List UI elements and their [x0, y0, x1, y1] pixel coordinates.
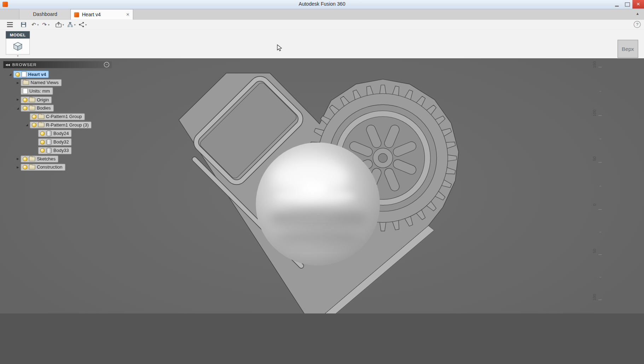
share-icon: [79, 22, 84, 28]
tree-row[interactable]: C-Pattern1 Group: [3, 112, 127, 121]
tree-row[interactable]: Body33: [3, 146, 127, 155]
tab-document[interactable]: Heart v4 ✕: [70, 9, 133, 20]
tree-item-named-views[interactable]: Named Views: [21, 80, 62, 87]
tab-dashboard[interactable]: Dashboard: [19, 9, 71, 19]
undo-dropdown-icon[interactable]: ▾: [37, 23, 39, 27]
tree-row[interactable]: ◢R-Pattern1 Group (3): [3, 121, 127, 129]
share-button[interactable]: [79, 21, 84, 28]
body-icon: [46, 148, 52, 153]
tree-row[interactable]: ◢Heart v4: [3, 70, 127, 79]
visibility-bulb-icon[interactable]: [32, 115, 36, 119]
sphere-body: [256, 142, 380, 265]
export-icon: [56, 22, 62, 28]
tree-row[interactable]: Units: mm: [3, 87, 127, 95]
tree-row[interactable]: ▶Origin: [3, 95, 127, 104]
tree-item-label: Body32: [53, 139, 69, 145]
tree-item-heart-v4[interactable]: Heart v4: [13, 71, 49, 78]
tree-item-body24[interactable]: Body24: [38, 130, 72, 137]
view-cube-face-label: Верх: [622, 46, 634, 52]
redo-button[interactable]: ↷: [42, 21, 47, 28]
tree-item-label: Origin: [37, 97, 49, 102]
visibility-bulb-icon[interactable]: [15, 72, 20, 77]
help-button[interactable]: ?: [634, 21, 641, 28]
hierarchy-icon: [67, 22, 74, 28]
visibility-bulb-icon[interactable]: [23, 106, 27, 111]
workspace-switcher[interactable]: MODEL ▾: [6, 31, 30, 58]
tree-item-construction[interactable]: Construction: [21, 164, 65, 171]
ruler-label: 0: [592, 204, 597, 206]
folder-icon: [29, 165, 35, 170]
export-button[interactable]: [56, 21, 62, 28]
visibility-bulb-icon[interactable]: [23, 165, 27, 170]
browser-minimize-icon[interactable]: −: [104, 62, 109, 67]
browser-tree: ◢Heart v4▶Named ViewsUnits: mm▶Origin◢Bo…: [3, 70, 127, 172]
body-icon: [46, 131, 52, 136]
folder-icon: [38, 123, 45, 128]
folder-icon: [29, 106, 35, 111]
visibility-bulb-icon[interactable]: [23, 157, 27, 161]
tree-item-label: Bodies: [37, 106, 51, 111]
tree-item-bodies[interactable]: Bodies: [21, 105, 54, 112]
browser-header[interactable]: ◀◀ BROWSER −: [3, 61, 112, 68]
share-dropdown-icon[interactable]: ▾: [85, 23, 87, 27]
collapse-arrow-icon[interactable]: ▶: [15, 98, 21, 101]
tree-item-r-pattern1-group-3-[interactable]: R-Pattern1 Group (3): [30, 122, 92, 129]
expand-arrow-icon[interactable]: ◢: [7, 73, 13, 76]
tree-row[interactable]: ▶Sketches: [3, 155, 127, 163]
version-button[interactable]: [67, 21, 74, 28]
collapse-arrow-icon[interactable]: ▶: [15, 81, 21, 84]
tree-item-origin[interactable]: Origin: [21, 96, 52, 103]
collapse-browser-icon[interactable]: ◀◀: [5, 63, 10, 66]
expand-arrow-icon[interactable]: ◢: [15, 107, 21, 110]
collapse-arrow-icon[interactable]: ▶: [15, 166, 21, 169]
ruler-tick: [598, 300, 602, 300]
tree-item-c-pattern1-group[interactable]: C-Pattern1 Group: [30, 113, 85, 120]
collapse-tabs-icon[interactable]: ▲: [636, 12, 639, 16]
fusion-doc-icon: [74, 12, 79, 17]
visibility-bulb-icon[interactable]: [40, 148, 45, 153]
maximize-button[interactable]: [622, 0, 632, 8]
tree-row[interactable]: Body32: [3, 138, 127, 146]
title-bar: Autodesk Fusion 360 ✕: [0, 0, 644, 10]
visibility-bulb-icon[interactable]: [32, 123, 36, 128]
window-title: Autodesk Fusion 360: [0, 1, 644, 7]
document-tab-bar: Dashboard Heart v4 ✕ ▲: [0, 9, 644, 20]
tree-item-label: Heart v4: [28, 72, 46, 77]
tree-item-body33[interactable]: Body33: [38, 147, 72, 154]
undo-button[interactable]: ↶: [31, 21, 36, 28]
tab-close-icon[interactable]: ✕: [126, 12, 129, 17]
expand-arrow-icon[interactable]: ◢: [24, 123, 30, 127]
export-dropdown-icon[interactable]: ▾: [63, 23, 64, 27]
minimize-button[interactable]: [612, 0, 622, 8]
tree-row[interactable]: ▶Named Views: [3, 78, 127, 87]
workspace-dropdown-icon[interactable]: ▾: [6, 54, 30, 58]
tree-item-label: C-Pattern1 Group: [46, 114, 82, 119]
redo-dropdown-icon[interactable]: ▾: [48, 23, 50, 27]
tree-row[interactable]: ▶Construction: [3, 163, 127, 172]
tree-item-units-mm[interactable]: Units: mm: [21, 88, 53, 95]
ruler-minor-tick: [599, 139, 602, 139]
tree-item-label: R-Pattern1 Group (3): [46, 122, 89, 128]
save-icon: [21, 22, 27, 28]
tree-item-sketches[interactable]: Sketches: [21, 155, 59, 163]
collapse-arrow-icon[interactable]: ▶: [15, 157, 21, 160]
tree-row[interactable]: Body24: [3, 129, 127, 138]
workspace-icon-box[interactable]: [6, 39, 30, 54]
workspace-label: MODEL: [6, 31, 30, 39]
ruler-minor-tick: [599, 232, 602, 232]
mouse-cursor: [277, 44, 283, 52]
tree-item-body32[interactable]: Body32: [38, 138, 72, 146]
ribbon: MODEL ▾ CREATE: [0, 30, 644, 59]
ruler-minor-tick: [599, 186, 602, 186]
visibility-bulb-icon[interactable]: [40, 131, 45, 136]
tree-row[interactable]: ◢Bodies: [3, 104, 127, 112]
ruler-tick: [598, 115, 602, 116]
visibility-bulb-icon[interactable]: [40, 140, 45, 144]
main-menu-button[interactable]: [7, 21, 13, 28]
close-button[interactable]: ✕: [632, 0, 644, 8]
ruler-tick: [598, 67, 602, 67]
view-cube[interactable]: Верх: [617, 40, 638, 58]
save-button[interactable]: [21, 21, 27, 28]
version-dropdown-icon[interactable]: ▾: [74, 23, 75, 27]
visibility-bulb-icon[interactable]: [23, 98, 27, 102]
